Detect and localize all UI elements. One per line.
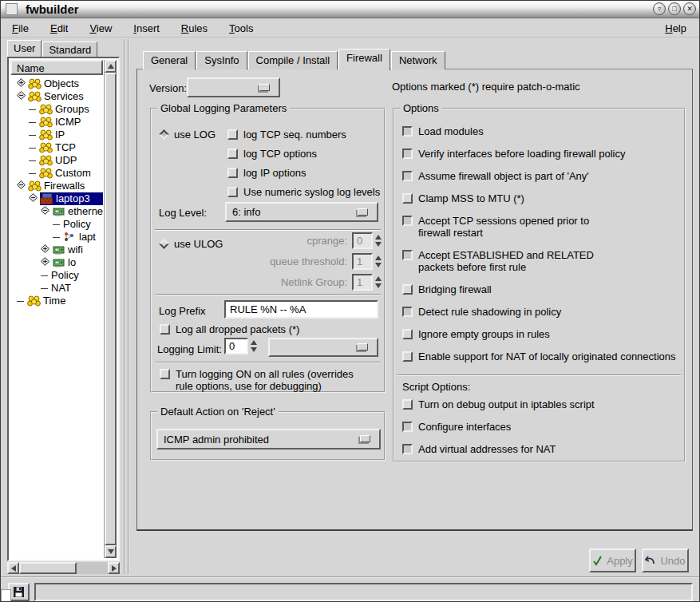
menu-view[interactable]: View [89,22,112,34]
checkbox-icon[interactable] [402,149,413,159]
checkbox-row-log-ip-options[interactable]: log IP options [227,167,383,179]
tree-item-nat[interactable]: NAT [10,282,103,295]
checkbox-row-accept-established-and-related-packets-before-first-rule[interactable]: Accept ESTABLISHED and RELATED packets b… [402,249,682,273]
scrollbar-thumb[interactable] [19,562,77,574]
sidebar-tab-standard[interactable]: Standard [42,42,97,57]
checkbox-row-detect-rule-shadowing-in-policy[interactable]: Detect rule shadowing in policy [402,306,682,318]
version-combo[interactable] [187,77,280,97]
tab-compile-install[interactable]: Compile / Install [248,51,338,69]
checkbox-icon[interactable] [402,193,413,204]
save-button[interactable] [8,583,30,601]
checkbox-row-log-tcp-options[interactable]: log TCP options [227,148,383,160]
title-bar[interactable]: fwbuilder ▿□✕ [1,1,699,18]
checkbox-icon[interactable] [402,126,413,137]
checkbox-row-enable-support-for-nat-of-locally-originated-connections[interactable]: Enable support for NAT of locally origin… [402,351,682,362]
checkbox-icon[interactable] [402,307,413,317]
spin-up-button[interactable] [251,340,257,345]
default-action-combo[interactable]: ICMP admin prohibited [156,429,381,450]
logging-limit-combo[interactable] [268,338,378,357]
checkbox-row-load-modules[interactable]: Load modules [402,125,682,137]
spin-down-button[interactable] [251,347,257,352]
expand-icon[interactable] [41,244,49,256]
checkbox-row-turn-on-debug-output-in-iptables-script[interactable]: Turn on debug output in iptables script [402,398,682,410]
checkbox-icon[interactable] [227,129,238,140]
scrollbar-thumb[interactable] [105,73,117,545]
shade-button[interactable]: ▿ [653,2,666,15]
tree-item-ip[interactable]: IP [10,129,103,141]
collapse-icon[interactable] [29,192,38,205]
tree-vertical-scrollbar[interactable] [104,60,117,558]
tree-item-time[interactable]: Time [10,295,103,307]
tree-item-laptop3[interactable]: laptop3 [10,192,103,205]
spin-value[interactable]: 0 [224,338,248,354]
tree-item-lo[interactable]: lo [10,256,103,269]
checkbox-row-ignore-empty-groups-in-rules[interactable]: Ignore empty groups in rules [402,328,682,340]
checkbox-row-configure-interfaces[interactable]: Configure interfaces [402,421,682,433]
tree-item-icmp[interactable]: ICMP [10,116,103,129]
checkbox-icon[interactable] [402,351,413,362]
expand-icon[interactable] [17,77,26,90]
tab-network[interactable]: Network [391,51,445,69]
menu-rules[interactable]: Rules [181,22,208,34]
close-button[interactable]: ✕ [683,2,696,15]
checkbox-row-log-all-dropped-packets[interactable]: Log all dropped packets (*) [160,323,299,335]
apply-button[interactable]: Apply [589,549,636,572]
tree-item-custom[interactable]: Custom [10,167,103,180]
tree-item-policy[interactable]: Policy [10,218,103,231]
collapse-icon[interactable] [17,90,26,103]
log-level-combo[interactable]: 6: info [225,202,378,222]
sidebar-tab-user[interactable]: User [7,40,42,57]
checkbox-icon[interactable] [227,149,238,159]
use-ulog-radio[interactable]: use ULOG [158,238,223,250]
checkbox-row-log-tcp-seq-numbers[interactable]: log TCP seq. numbers [227,129,383,141]
tree-horizontal-scrollbar[interactable] [7,562,120,574]
checkbox-icon[interactable] [402,284,413,295]
checkbox-row-assume-firewall-object-is-part-of-any[interactable]: Assume firewall object is part of 'Any' [402,170,682,182]
checkbox-row-turn-logging-on-on-all-rules-overrides-rule-options-use-for-debugging[interactable]: Turn logging ON on all rules (overrides … [160,368,375,392]
checkbox-icon[interactable] [402,329,413,339]
scroll-right-button[interactable] [108,562,120,574]
tree-item-lapt[interactable]: lapt [10,231,103,244]
checkbox-row-accept-tcp-sessions-opened-prior-to-firewall-restart[interactable]: Accept TCP sessions opened prior to fire… [402,215,682,239]
use-log-radio[interactable]: use LOG [158,129,216,141]
checkbox-row-verify-interfaces-before-loading-firewall-policy[interactable]: Verify interfaces before loading firewal… [402,148,682,160]
checkbox-row-bridging-firewall[interactable]: Bridging firewall [402,283,682,295]
tree-item-objects[interactable]: Objects [10,77,103,90]
collapse-icon[interactable] [41,205,49,218]
checkbox-icon[interactable] [402,444,413,454]
tree-item-tcp[interactable]: TCP [10,141,103,154]
panel-splitter[interactable] [124,39,129,574]
checkbox-icon[interactable] [227,187,238,197]
checkbox-icon[interactable] [402,399,413,410]
undo-button[interactable]: Undo [642,549,689,572]
tree-item-groups[interactable]: Groups [10,103,103,116]
menu-tools[interactable]: Tools [229,22,253,34]
scroll-left-button[interactable] [7,562,19,574]
scroll-up-button[interactable] [105,60,117,73]
tree-item-services[interactable]: Services [10,90,103,103]
menu-edit[interactable]: Edit [50,22,68,34]
menu-file[interactable]: File [12,22,29,34]
menu-insert[interactable]: Insert [133,22,160,34]
checkbox-icon[interactable] [402,422,413,432]
checkbox-icon[interactable] [160,324,170,335]
radio-icon[interactable] [159,129,169,140]
tree-item-firewalls[interactable]: Firewalls [10,180,103,192]
tab-sysinfo[interactable]: SysInfo [196,51,247,69]
log-prefix-input[interactable] [224,300,378,319]
tree-item-udp[interactable]: UDP [10,154,103,167]
checkbox-icon[interactable] [227,168,238,178]
checkbox-row-clamp-mss-to-mtu[interactable]: Clamp MSS to MTU (*) [402,192,682,204]
tree-item-policy[interactable]: Policy [10,269,103,282]
maximize-button[interactable]: □ [668,2,681,15]
radio-icon[interactable] [159,239,169,249]
tab-general[interactable]: General [143,51,196,69]
menu-help[interactable]: Help [665,22,686,34]
expand-icon[interactable] [41,256,49,269]
scroll-down-button[interactable] [105,545,117,558]
checkbox-icon[interactable] [160,369,170,379]
tree-item-etherne[interactable]: etherne [10,205,103,218]
tree-item-wifi[interactable]: wifi [10,244,103,256]
checkbox-icon[interactable] [402,216,413,226]
collapse-icon[interactable] [17,180,26,192]
